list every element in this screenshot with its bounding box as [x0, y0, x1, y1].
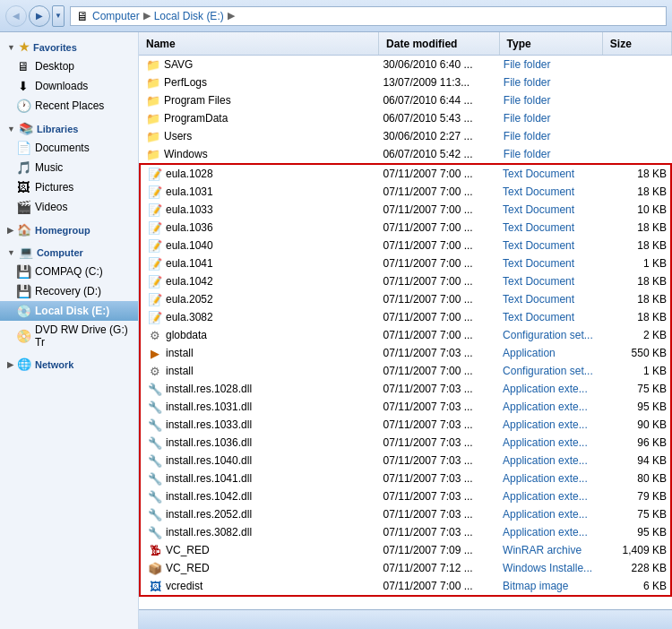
back-button[interactable]: ◀	[5, 5, 27, 27]
list-item[interactable]: 📁SAVG 30/06/2010 6:40 ... File folder	[139, 56, 672, 73]
file-type: File folder	[500, 76, 603, 89]
sidebar-header-homegroup[interactable]: ▶ 🏠 Homegroup	[0, 220, 138, 239]
file-type: Application exte...	[499, 490, 601, 503]
file-size: 18 KB	[602, 293, 670, 306]
list-item[interactable]: 📁ProgramData 06/07/2010 5:43 ... File fo…	[139, 109, 672, 127]
file-type: WinRAR archive	[499, 544, 601, 556]
file-date: 07/11/2007 7:03 ...	[380, 454, 499, 467]
file-size: 75 KB	[602, 383, 670, 395]
list-item[interactable]: 📦VC_RED 07/11/2007 7:12 ... Windows Inst…	[141, 559, 670, 577]
nav-dropdown[interactable]: ▼	[52, 5, 65, 27]
list-item[interactable]: 🖼vcredist 07/11/2007 7:00 ... Bitmap ima…	[141, 577, 670, 595]
sidebar-header-libraries[interactable]: ▼ 📚 Libraries	[0, 119, 138, 138]
address-localdisk[interactable]: Local Disk (E:)	[154, 10, 224, 22]
sidebar-header-network[interactable]: ▶ 🌐 Network	[0, 355, 138, 374]
list-item[interactable]: 📁PerfLogs 13/07/2009 11:3... File folder	[139, 73, 672, 91]
sidebar-item-documents[interactable]: 📄 Documents	[0, 138, 138, 158]
list-item[interactable]: 📝eula.1042 07/11/2007 7:00 ... Text Docu…	[141, 272, 670, 290]
sidebar-item-downloads[interactable]: ⬇ Downloads	[0, 76, 138, 96]
list-item[interactable]: 📝eula.1028 07/11/2007 7:00 ... Text Docu…	[141, 165, 670, 183]
list-item[interactable]: 📝eula.1040 07/11/2007 7:00 ... Text Docu…	[141, 237, 670, 254]
videos-icon: 🎬	[16, 200, 30, 214]
address-sep2: ▶	[228, 10, 235, 22]
dll-icon: 🔧	[148, 508, 162, 521]
col-header-type[interactable]: Type	[500, 32, 603, 55]
file-name: eula.1041	[166, 257, 213, 270]
network-arrow: ▶	[7, 360, 13, 369]
sidebar-item-dvd[interactable]: 📀 DVD RW Drive (G:) Tr	[0, 321, 138, 351]
libraries-icon: 📚	[19, 122, 33, 135]
file-name: SAVG	[164, 58, 193, 71]
col-header-size[interactable]: Size	[603, 32, 672, 55]
list-item[interactable]: 🔧install.res.1041.dll 07/11/2007 7:03 ..…	[141, 470, 670, 487]
list-item[interactable]: 📝eula.1036 07/11/2007 7:00 ... Text Docu…	[141, 219, 670, 237]
file-date: 07/11/2007 7:03 ...	[380, 436, 499, 449]
sidebar-item-desktop[interactable]: 🖥 Desktop	[0, 56, 138, 76]
file-type: File folder	[500, 94, 603, 107]
nav-buttons: ◀ ▶ ▼	[5, 5, 65, 27]
list-item[interactable]: 🔧install.res.1031.dll 07/11/2007 7:03 ..…	[141, 398, 670, 416]
list-item[interactable]: 📝eula.3082 07/11/2007 7:00 ... Text Docu…	[141, 308, 670, 326]
list-item[interactable]: 🔧install.res.2052.dll 07/11/2007 7:03 ..…	[141, 505, 670, 523]
sidebar-item-localdisk[interactable]: 💿 Local Disk (E:)	[0, 301, 138, 321]
sidebar-header-favorites[interactable]: ▼ ★ Favorites	[0, 38, 138, 56]
list-item[interactable]: 🗜VC_RED 07/11/2007 7:09 ... WinRAR archi…	[141, 541, 670, 559]
list-item[interactable]: 📁Windows 06/07/2010 5:42 ... File folder	[139, 145, 672, 163]
list-item[interactable]: 🔧install.res.1040.dll 07/11/2007 7:03 ..…	[141, 452, 670, 470]
col-header-name[interactable]: Name	[139, 32, 379, 55]
list-item[interactable]: 📝eula.1041 07/11/2007 7:00 ... Text Docu…	[141, 254, 670, 272]
txt-icon: 📝	[148, 257, 162, 271]
col-header-date[interactable]: Date modified	[379, 32, 499, 55]
list-item[interactable]: 📝eula.1031 07/11/2007 7:00 ... Text Docu…	[141, 183, 670, 201]
list-item[interactable]: 🔧install.res.1028.dll 07/11/2007 7:03 ..…	[141, 380, 670, 398]
sidebar-header-computer[interactable]: ▼ 💻 Computer	[0, 243, 138, 262]
list-item[interactable]: 📁Program Files 06/07/2010 6:44 ... File …	[139, 91, 672, 109]
localdisk-icon: 💿	[16, 304, 30, 318]
folder-icon: 📁	[146, 76, 160, 90]
address-computer[interactable]: Computer	[92, 10, 140, 22]
file-name: install.res.1031.dll	[166, 401, 252, 413]
file-name: install.res.1040.dll	[166, 454, 252, 467]
dll-icon: 🔧	[148, 526, 162, 539]
file-type: File folder	[500, 112, 603, 125]
list-item[interactable]: 🔧install.res.3082.dll 07/11/2007 7:03 ..…	[141, 523, 670, 541]
sidebar-recovery-label: Recovery (D:)	[35, 285, 101, 297]
file-date: 07/11/2007 7:00 ...	[380, 580, 499, 592]
file-name: ProgramData	[164, 112, 228, 125]
list-item[interactable]: 🔧install.res.1033.dll 07/11/2007 7:03 ..…	[141, 416, 670, 434]
file-name: eula.1036	[166, 221, 213, 234]
list-item[interactable]: ⚙install 07/11/2007 7:00 ... Configurati…	[141, 362, 670, 380]
sidebar-item-recovery[interactable]: 💾 Recovery (D:)	[0, 281, 138, 301]
list-item[interactable]: ⚙globdata 07/11/2007 7:00 ... Configurat…	[141, 326, 670, 344]
sidebar-item-music[interactable]: 🎵 Music	[0, 158, 138, 177]
folder-icon: 📁	[146, 130, 160, 143]
file-size: 1,409 KB	[602, 544, 670, 556]
file-date: 06/07/2010 5:43 ...	[379, 112, 499, 125]
list-item[interactable]: 📁Users 30/06/2010 2:27 ... File folder	[139, 127, 672, 145]
txt-icon: 📝	[148, 239, 162, 253]
file-size: 18 KB	[602, 168, 670, 180]
file-date: 07/11/2007 7:12 ...	[380, 562, 499, 574]
folder-icon: 📁	[146, 58, 160, 72]
file-size: 18 KB	[602, 221, 670, 234]
sidebar-item-compaq[interactable]: 💾 COMPAQ (C:)	[0, 262, 138, 281]
list-item[interactable]: 🔧install.res.1036.dll 07/11/2007 7:03 ..…	[141, 434, 670, 452]
address-bar-input[interactable]: 🖥 Computer ▶ Local Disk (E:) ▶	[70, 6, 667, 26]
sidebar: ▼ ★ Favorites 🖥 Desktop ⬇ Downloads 🕐 Re…	[0, 32, 139, 629]
sidebar-localdisk-label: Local Disk (E:)	[35, 305, 109, 317]
forward-button[interactable]: ▶	[29, 5, 50, 27]
list-item[interactable]: ▶install 07/11/2007 7:03 ... Application…	[141, 344, 670, 362]
list-item[interactable]: 🔧install.res.1042.dll 07/11/2007 7:03 ..…	[141, 487, 670, 505]
file-type: Text Document	[499, 168, 601, 180]
sidebar-item-recent[interactable]: 🕐 Recent Places	[0, 96, 138, 116]
list-item[interactable]: 📝eula.2052 07/11/2007 7:00 ... Text Docu…	[141, 290, 670, 308]
sidebar-item-pictures[interactable]: 🖼 Pictures	[0, 177, 138, 197]
sidebar-item-videos[interactable]: 🎬 Videos	[0, 197, 138, 217]
file-name: install.res.1036.dll	[166, 436, 252, 449]
list-item[interactable]: 📝eula.1033 07/11/2007 7:00 ... Text Docu…	[141, 201, 670, 219]
file-size: 75 KB	[602, 508, 670, 521]
file-date: 07/11/2007 7:00 ...	[380, 365, 499, 377]
file-name: install	[166, 347, 194, 359]
file-date: 30/06/2010 2:27 ...	[379, 130, 499, 142]
favorites-arrow: ▼	[7, 43, 15, 52]
